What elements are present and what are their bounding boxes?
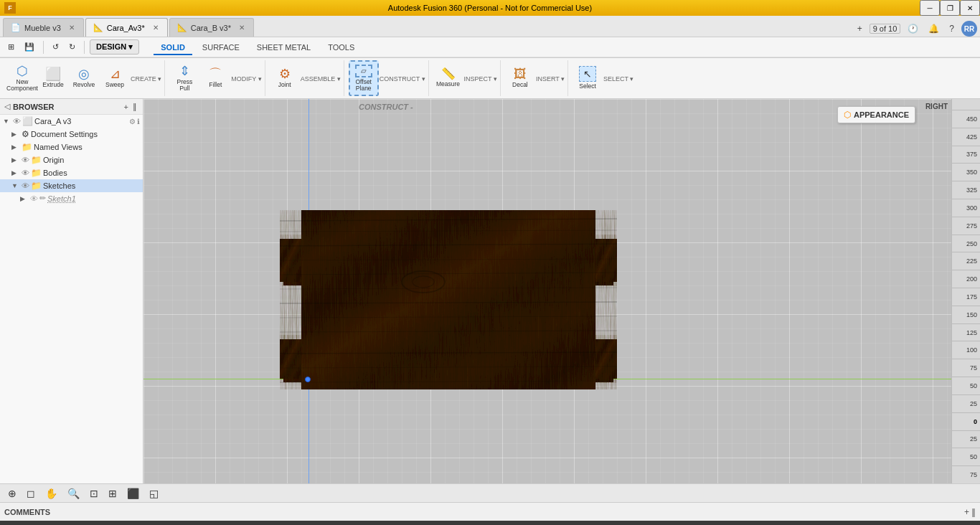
tree-item-sketches[interactable]: ▼ 👁 📁 Sketches: [0, 179, 143, 192]
save-button[interactable]: 💾: [21, 40, 38, 54]
fit-button[interactable]: ⊡: [86, 486, 102, 501]
ruler-mark-100: 100: [952, 341, 980, 359]
notification-button[interactable]: 🔔: [925, 22, 942, 35]
tab-cara-av3-close[interactable]: ✕: [151, 24, 160, 32]
pan-button[interactable]: ◻: [23, 486, 39, 501]
appearance-panel[interactable]: ⬡ APPEARANCE: [837, 106, 915, 123]
tab-solid[interactable]: SOLID: [154, 41, 192, 55]
construct-group: ▱ OffsetPlane CONSTRUCT ▾: [346, 60, 429, 96]
sketch1-icon: ✏: [39, 194, 46, 203]
zoom-button[interactable]: 🔍: [64, 486, 83, 501]
help-button[interactable]: ?: [946, 22, 957, 35]
inspect-group: 📏 Measure INSPECT ▾: [430, 60, 501, 96]
tab-cara-b[interactable]: 📐 Cara_B v3* ✕: [169, 18, 254, 37]
view-cube-button[interactable]: ⬛: [123, 486, 143, 501]
decal-button[interactable]: 🖼 Decal: [505, 60, 535, 96]
tab-tools[interactable]: TOOLS: [321, 41, 362, 55]
fillet-label: Fillet: [209, 82, 222, 88]
grid-display-button[interactable]: ⊞: [105, 486, 121, 501]
browser-collapse-icon[interactable]: ◁: [4, 102, 10, 111]
display-settings-button[interactable]: ◱: [146, 486, 162, 501]
root-info-icon[interactable]: ℹ: [137, 118, 140, 126]
ruler-mark-50: 50: [952, 377, 980, 394]
named-views-toggle[interactable]: ▶: [11, 143, 20, 151]
construct-text: CONSTRUCT -: [359, 103, 413, 111]
ruler-mark-25: 25: [952, 394, 980, 412]
assemble-group-label: ASSEMBLE ▾: [301, 75, 341, 82]
tab-mueble-close[interactable]: ✕: [67, 24, 76, 32]
tree-item-doc-settings[interactable]: ▶ ⚙ Document Settings: [0, 128, 143, 141]
insert-tools: 🖼 Decal: [505, 60, 535, 96]
tree-item-sketch1[interactable]: ▶ 👁 ✏ Sketch1: [0, 192, 143, 204]
viewport[interactable]: CONSTRUCT - ⬡ APPEARANCE RIGHT: [143, 99, 951, 483]
redo-button[interactable]: ↻: [65, 40, 79, 54]
ruler-mark-200: 200: [952, 270, 980, 288]
select-button[interactable]: ↖ Select: [573, 60, 603, 96]
tab-mueble[interactable]: 📄 Mueble v3 ✕: [3, 18, 84, 37]
create-group-label: CREATE ▾: [131, 75, 161, 82]
sketches-vis-icon[interactable]: 👁: [22, 181, 29, 190]
app-icon: F: [4, 2, 16, 14]
browser-expand-button[interactable]: ‖: [131, 102, 138, 111]
viewport-bottom-tools: ⊕ ◻ ✋ 🔍 ⊡ ⊞ ⬛ ◱: [0, 483, 980, 502]
sidebar: ◁ BROWSER + ‖ ▼ 👁 ⬜ Cara_A v3 ⚙ ℹ ▶ ⚙ D: [0, 99, 143, 483]
fillet-button[interactable]: ⌒ Fillet: [200, 60, 230, 96]
clock-button[interactable]: 🕐: [905, 22, 921, 35]
extrude-label: Extrude: [42, 82, 63, 88]
ruler-mark-425: 425: [952, 128, 980, 146]
tab-cara-av3[interactable]: 📐 Cara_Av3* ✕: [85, 18, 168, 37]
ruler-mark-450: 450: [952, 110, 980, 128]
revolve-button[interactable]: ◎ Revolve: [69, 60, 99, 96]
orbit-button[interactable]: ✋: [42, 486, 61, 501]
root-toggle[interactable]: ▼: [3, 118, 11, 125]
grid-button[interactable]: ⊞: [4, 40, 18, 54]
close-button[interactable]: ✕: [960, 0, 980, 16]
minimize-button[interactable]: ─: [920, 0, 940, 16]
svg-rect-5: [280, 339, 301, 379]
decal-icon: 🖼: [514, 67, 527, 80]
comments-expand-button[interactable]: ‖: [971, 507, 976, 517]
tab-sheet-metal[interactable]: SHEET METAL: [250, 41, 318, 55]
offset-plane-button[interactable]: ▱ OffsetPlane: [349, 60, 379, 96]
toolbar-area: ⊞ 💾 ↺ ↻ DESIGN ▾ SOLID SURFACE SHEET MET…: [0, 37, 980, 58]
tab-cara-b-close[interactable]: ✕: [237, 24, 246, 32]
select-icon: ↖: [579, 66, 596, 82]
move-viewport-button[interactable]: ⊕: [4, 486, 20, 501]
sketch1-toggle[interactable]: ▶: [20, 195, 29, 202]
svg-rect-6: [595, 239, 617, 282]
bodies-toggle[interactable]: ▶: [11, 169, 20, 176]
doc-settings-toggle[interactable]: ▶: [11, 131, 20, 138]
design-button[interactable]: DESIGN ▾: [90, 39, 139, 55]
restore-button[interactable]: ❐: [940, 0, 960, 16]
browser-add-button[interactable]: +: [123, 102, 130, 111]
tab-surface[interactable]: SURFACE: [195, 41, 247, 55]
ruler-mark-325: 325: [952, 181, 980, 199]
press-pull-button[interactable]: ⇕ Press Pull: [169, 60, 199, 96]
origin-toggle[interactable]: ▶: [11, 156, 20, 164]
sketches-toggle[interactable]: ▼: [11, 182, 20, 189]
root-vis-icon[interactable]: 👁: [13, 117, 21, 126]
measure-button[interactable]: 📏 Measure: [433, 60, 463, 96]
joint-button[interactable]: ⚙ Joint: [270, 60, 300, 96]
named-views-label: Named Views: [34, 143, 140, 151]
extrude-button[interactable]: ⬜ Extrude: [38, 60, 68, 96]
tree-item-root[interactable]: ▼ 👁 ⬜ Cara_A v3 ⚙ ℹ: [0, 115, 143, 128]
appearance-label: APPEARANCE: [854, 110, 909, 119]
add-tab-button[interactable]: +: [854, 22, 865, 35]
undo-button[interactable]: ↺: [49, 40, 62, 54]
comments-add-button[interactable]: +: [964, 507, 969, 517]
ruler-mark-125: 125: [952, 323, 980, 341]
ruler-mark-375: 375: [952, 146, 980, 164]
tree-item-named-views[interactable]: ▶ 📁 Named Views: [0, 141, 143, 153]
bodies-vis-icon[interactable]: 👁: [22, 169, 29, 177]
origin-vis-icon[interactable]: 👁: [22, 156, 29, 164]
sketch1-vis-icon[interactable]: 👁: [30, 194, 38, 203]
tree-item-bodies[interactable]: ▶ 👁 📁 Bodies: [0, 166, 143, 179]
right-label: RIGHT: [925, 103, 948, 110]
root-settings-icon[interactable]: ⚙: [129, 118, 136, 126]
tree-item-origin[interactable]: ▶ 👁 📁 Origin: [0, 153, 143, 166]
new-component-button[interactable]: ⬡ NewComponent: [7, 60, 37, 96]
sketches-icon: 📁: [31, 181, 42, 191]
sweep-button[interactable]: ⊿ Sweep: [100, 60, 130, 96]
tab-bar: 📄 Mueble v3 ✕ 📐 Cara_Av3* ✕ 📐 Cara_B v3*…: [0, 16, 980, 37]
